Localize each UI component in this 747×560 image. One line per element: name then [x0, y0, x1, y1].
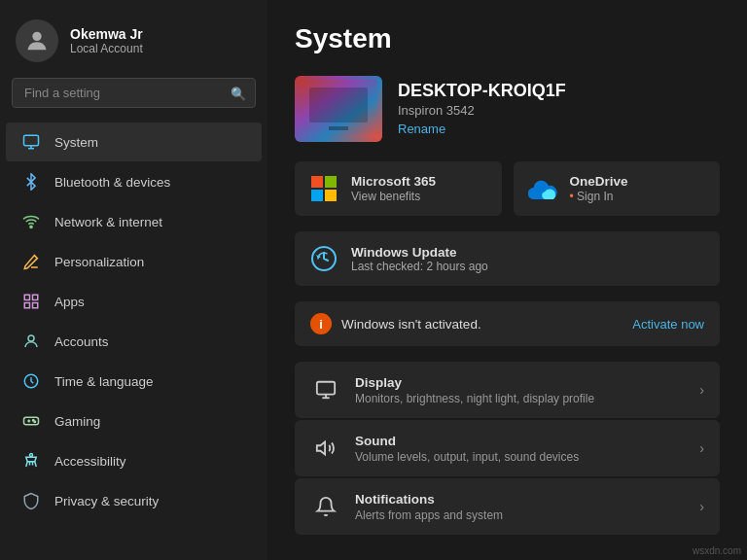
accessibility-icon: [21, 451, 41, 471]
user-type: Local Account: [70, 42, 143, 55]
sidebar-item-network[interactable]: Network & internet: [6, 202, 262, 241]
sidebar-item-time[interactable]: Time & language: [6, 362, 262, 401]
svg-point-16: [30, 454, 33, 457]
avatar: [16, 19, 58, 62]
display-sub: Monitors, brightness, night light, displ…: [355, 392, 686, 405]
sidebar-item-label: System: [54, 135, 98, 150]
microsoft365-name: Microsoft 365: [351, 174, 436, 189]
main-content: System DESKTOP-KROIQ1F Inspiron 3: [267, 0, 747, 560]
user-name: Okemwa Jr: [70, 26, 143, 42]
svg-rect-25: [317, 382, 335, 395]
nav-list: System Bluetooth & devices Network & int…: [0, 118, 267, 560]
sidebar-item-label: Privacy & security: [54, 494, 159, 508]
network-icon: [21, 212, 41, 231]
notifications-chevron: ›: [699, 499, 704, 514]
svg-rect-6: [33, 295, 38, 299]
activation-warning-icon: i: [310, 313, 332, 334]
display-chevron: ›: [699, 382, 704, 398]
rename-link[interactable]: Rename: [398, 122, 445, 136]
svg-rect-21: [325, 176, 337, 188]
sound-item[interactable]: Sound Volume levels, output, input, soun…: [295, 420, 720, 476]
bluetooth-icon: [21, 172, 41, 192]
sidebar-item-personalization[interactable]: Personalization: [6, 242, 262, 281]
search-icon: 🔍: [231, 86, 246, 100]
sidebar-item-label: Gaming: [54, 414, 100, 429]
time-icon: [21, 371, 41, 391]
microsoft365-icon: [308, 173, 339, 204]
device-model: Inspiron 3542: [398, 103, 566, 118]
sidebar-item-gaming[interactable]: Gaming: [6, 402, 262, 440]
sidebar-item-privacy[interactable]: Privacy & security: [6, 481, 262, 520]
activation-message: Windows isn't activated.: [341, 317, 622, 332]
notifications-icon: [310, 491, 341, 522]
windows-update-sub: Last checked: 2 hours ago: [351, 260, 488, 273]
sound-chevron: ›: [699, 440, 704, 456]
sidebar-item-label: Network & internet: [54, 215, 162, 229]
apps-icon: [21, 292, 41, 311]
sound-title: Sound: [355, 434, 686, 448]
accounts-icon: [21, 332, 41, 351]
windows-update-info: Windows Update Last checked: 2 hours ago: [351, 245, 488, 273]
svg-rect-20: [311, 176, 323, 188]
svg-point-0: [32, 32, 41, 41]
svg-rect-5: [24, 295, 29, 299]
activation-banner: i Windows isn't activated. Activate now: [295, 301, 720, 346]
privacy-icon: [21, 491, 41, 510]
windows-update-title: Windows Update: [351, 245, 488, 260]
user-section: Okemwa Jr Local Account: [0, 0, 267, 78]
svg-point-4: [30, 226, 32, 228]
svg-rect-8: [33, 303, 38, 308]
activation-link[interactable]: Activate now: [632, 317, 704, 332]
sidebar-item-apps[interactable]: Apps: [6, 282, 262, 321]
sidebar-item-bluetooth[interactable]: Bluetooth & devices: [6, 162, 262, 201]
sidebar-item-label: Accounts: [54, 334, 109, 349]
page-title: System: [295, 23, 720, 54]
sound-info: Sound Volume levels, output, input, soun…: [355, 434, 686, 464]
notifications-item[interactable]: Notifications Alerts from apps and syste…: [295, 478, 720, 535]
onedrive-card[interactable]: OneDrive Sign In: [514, 161, 721, 216]
microsoft365-sub: View benefits: [351, 190, 436, 203]
sound-sub: Volume levels, output, input, sound devi…: [355, 450, 686, 464]
device-info: DESKTOP-KROIQ1F Inspiron 3542 Rename: [398, 81, 566, 137]
onedrive-sub: Sign In: [570, 190, 628, 203]
svg-marker-28: [317, 442, 325, 455]
sidebar-item-label: Personalization: [54, 255, 144, 269]
microsoft365-info: Microsoft 365 View benefits: [351, 174, 436, 203]
device-image: [295, 76, 382, 142]
svg-rect-22: [311, 190, 323, 201]
sidebar: Okemwa Jr Local Account 🔍 System Bluetoo…: [0, 0, 267, 560]
sidebar-item-system[interactable]: System: [6, 122, 262, 161]
onedrive-info: OneDrive Sign In: [570, 174, 628, 203]
microsoft365-card[interactable]: Microsoft 365 View benefits: [295, 161, 502, 216]
display-item[interactable]: Display Monitors, brightness, night ligh…: [295, 362, 720, 418]
settings-list: Display Monitors, brightness, night ligh…: [295, 362, 720, 535]
search-box[interactable]: 🔍: [12, 78, 256, 108]
svg-rect-7: [24, 303, 29, 308]
user-info: Okemwa Jr Local Account: [70, 26, 143, 55]
windows-update-card[interactable]: Windows Update Last checked: 2 hours ago: [295, 231, 720, 286]
personalization-icon: [21, 252, 41, 271]
svg-point-15: [34, 421, 36, 423]
gaming-icon: [21, 411, 41, 431]
device-card: DESKTOP-KROIQ1F Inspiron 3542 Rename: [295, 76, 720, 142]
svg-rect-19: [329, 126, 348, 130]
services-row: Microsoft 365 View benefits OneDrive Sig…: [295, 161, 720, 216]
notifications-sub: Alerts from apps and system: [355, 508, 686, 522]
sidebar-item-label: Time & language: [54, 374, 154, 389]
display-icon: [310, 374, 341, 405]
svg-point-9: [28, 335, 34, 341]
windows-update-icon: [308, 243, 339, 274]
search-input[interactable]: [12, 78, 256, 108]
notifications-title: Notifications: [355, 492, 686, 507]
notifications-info: Notifications Alerts from apps and syste…: [355, 492, 686, 522]
sidebar-item-accessibility[interactable]: Accessibility: [6, 441, 262, 480]
sidebar-item-label: Accessibility: [54, 454, 126, 469]
sound-icon: [310, 433, 341, 464]
display-title: Display: [355, 375, 686, 390]
sidebar-item-label: Apps: [54, 295, 85, 309]
onedrive-name: OneDrive: [570, 174, 628, 189]
display-info: Display Monitors, brightness, night ligh…: [355, 375, 686, 405]
sidebar-item-accounts[interactable]: Accounts: [6, 322, 262, 361]
onedrive-icon: [527, 173, 558, 204]
system-icon: [21, 132, 41, 152]
